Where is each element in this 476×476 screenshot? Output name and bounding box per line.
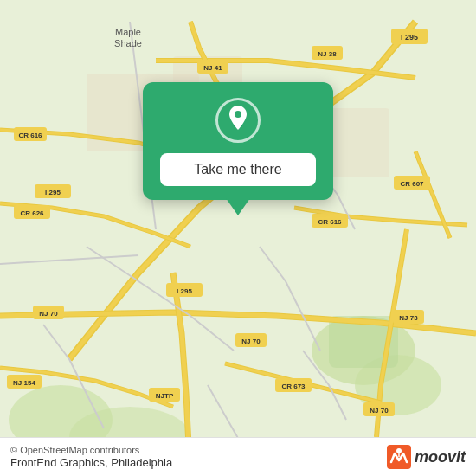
- bottom-left-info: © OpenStreetMap contributors FrontEnd Gr…: [10, 445, 172, 469]
- svg-text:CR 626: CR 626: [20, 209, 44, 217]
- pin-svg: [225, 106, 251, 135]
- svg-text:NJ 154: NJ 154: [13, 379, 35, 387]
- osm-attribution: © OpenStreetMap contributors: [10, 445, 172, 455]
- svg-text:NJ 73: NJ 73: [399, 314, 418, 322]
- location-icon: [215, 98, 261, 143]
- moovit-icon-svg: [387, 445, 411, 469]
- map-background: I 295 NJ 38 NJ 41 CR 616 I 295 CR 626 CR…: [0, 0, 476, 476]
- svg-text:Maple: Maple: [115, 27, 141, 37]
- svg-point-45: [396, 448, 402, 453]
- map-container: I 295 NJ 38 NJ 41 CR 616 I 295 CR 626 CR…: [0, 0, 476, 476]
- bottom-bar: © OpenStreetMap contributors FrontEnd Gr…: [0, 437, 476, 476]
- svg-text:CR 616: CR 616: [318, 218, 342, 226]
- svg-text:Shade: Shade: [114, 38, 142, 48]
- svg-text:CR 673: CR 673: [281, 383, 306, 390]
- svg-text:I 295: I 295: [177, 287, 192, 295]
- svg-text:I 295: I 295: [401, 33, 418, 42]
- svg-text:CR 616: CR 616: [18, 132, 42, 139]
- popup-card: Take me there: [143, 82, 333, 200]
- moovit-brand-text: moovit: [415, 448, 466, 466]
- svg-text:CR 607: CR 607: [400, 180, 424, 188]
- svg-point-43: [235, 111, 241, 118]
- svg-text:NJTP: NJTP: [156, 392, 174, 400]
- svg-text:NJ 70: NJ 70: [241, 338, 261, 345]
- svg-text:NJ 70: NJ 70: [39, 310, 58, 318]
- svg-text:NJ 41: NJ 41: [203, 64, 222, 72]
- app-name-label: FrontEnd Graphics, Philadelphia: [10, 456, 172, 469]
- svg-text:NJ 38: NJ 38: [318, 50, 337, 58]
- take-me-there-button[interactable]: Take me there: [160, 153, 316, 186]
- svg-text:NJ 70: NJ 70: [370, 407, 389, 415]
- svg-text:I 295: I 295: [45, 189, 61, 196]
- moovit-logo: moovit: [387, 445, 466, 469]
